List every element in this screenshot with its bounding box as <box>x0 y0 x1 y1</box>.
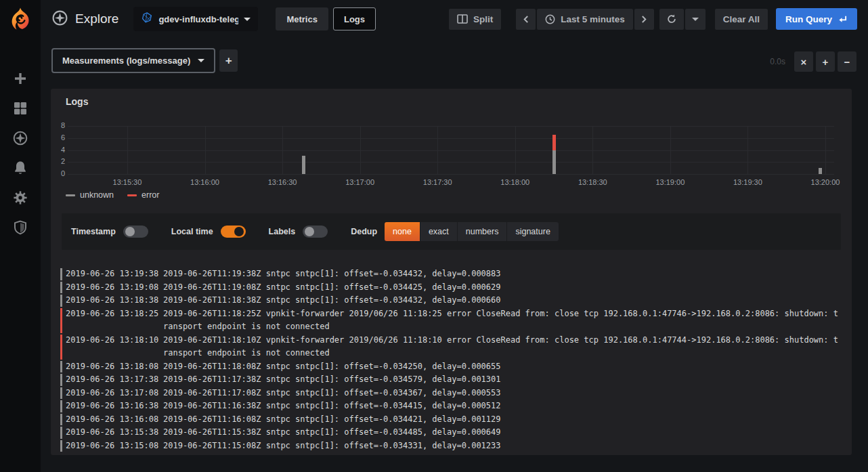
dedup-option-none[interactable]: none <box>385 222 420 241</box>
labels-toggle[interactable] <box>303 226 328 238</box>
log-row[interactable]: 2019-06-26 13:19:382019-06-26T11:19:38Z … <box>60 267 841 281</box>
time-back-button[interactable] <box>516 9 536 30</box>
admin-shield-icon[interactable] <box>12 219 29 236</box>
dedup-label: Dedup <box>351 227 377 236</box>
log-local-time: 2019-06-26 13:18:38 <box>66 294 158 307</box>
labels-label: Labels <box>269 227 296 236</box>
local-time-toggle[interactable] <box>221 226 246 238</box>
page-title: Explore <box>75 12 118 26</box>
chevron-down-icon <box>692 18 699 21</box>
split-button[interactable]: Split <box>449 9 501 30</box>
log-row[interactable]: 2019-06-26 13:19:082019-06-26T11:19:08Z … <box>60 281 841 295</box>
chart-gridline <box>68 138 834 139</box>
query-editor-row: Measurements (logs/message) + <box>51 48 238 73</box>
x-axis-label: 13:19:00 <box>647 178 694 186</box>
y-axis-label: 4 <box>51 146 65 154</box>
log-row[interactable]: 2019-06-26 13:16:082019-06-26T11:16:08Z … <box>60 413 841 427</box>
chart-gridline <box>825 126 826 174</box>
dedup-option-numbers[interactable]: numbers <box>458 222 507 241</box>
log-level-strip <box>60 295 62 307</box>
log-message: 2019-06-26T11:18:38Z sntpc sntpc[1]: off… <box>163 294 841 307</box>
log-row[interactable]: 2019-06-26 13:18:102019-06-26T11:18:10Z … <box>60 334 841 360</box>
run-query-button[interactable]: Run Query <box>776 8 857 30</box>
chart-gridline <box>515 126 516 174</box>
topbar: Explore gdev-influxdb-telegra Metrics Lo… <box>41 0 868 38</box>
log-row[interactable]: 2019-06-26 13:18:382019-06-26T11:18:38Z … <box>60 294 841 307</box>
y-axis-label: 6 <box>51 133 65 142</box>
toggle-knob <box>305 227 314 236</box>
refresh-icon <box>666 14 677 24</box>
log-message: 2019-06-26T11:18:25Z vpnkit-forwarder 20… <box>163 307 841 334</box>
log-row[interactable]: 2019-06-26 13:18:082019-06-26T11:18:08Z … <box>60 360 841 374</box>
sidebar <box>0 0 41 472</box>
explore-header: Explore <box>51 9 118 29</box>
y-axis-label: 8 <box>51 121 65 129</box>
create-plus-icon[interactable] <box>12 70 29 87</box>
chart-gridline <box>68 126 834 127</box>
duplicate-query-icon[interactable]: + <box>816 51 835 72</box>
labels-switch-group: Labels <box>269 226 328 238</box>
log-row[interactable]: 2019-06-26 13:18:252019-06-26T11:18:25Z … <box>60 307 841 334</box>
chart-bar-unknown[interactable] <box>552 150 556 175</box>
legend-item-unknown[interactable]: unknown <box>66 190 114 200</box>
tab-logs[interactable]: Logs <box>333 7 376 30</box>
log-row[interactable]: 2019-06-26 13:17:082019-06-26T11:17:08Z … <box>60 387 841 400</box>
settings-gear-icon[interactable] <box>12 189 29 207</box>
switches-container: TimestampLocal timeLabels <box>71 226 328 238</box>
log-rows: 2019-06-26 13:19:382019-06-26T11:19:38Z … <box>60 267 841 452</box>
clear-all-button[interactable]: Clear All <box>715 9 768 30</box>
refresh-interval-dropdown[interactable] <box>685 9 706 30</box>
toggle-knob <box>125 227 135 236</box>
dedup-option-signature[interactable]: signature <box>507 222 558 241</box>
log-row[interactable]: 2019-06-26 13:17:382019-06-26T11:17:38Z … <box>60 373 841 387</box>
tab-metrics[interactable]: Metrics <box>276 7 328 30</box>
log-level-strip <box>60 414 62 426</box>
chevron-right-icon <box>641 15 647 24</box>
log-message: 2019-06-26T11:17:08Z sntpc sntpc[1]: off… <box>163 387 841 400</box>
log-message: 2019-06-26T11:18:10Z vpnkit-forwarder 20… <box>163 334 841 360</box>
x-axis-label: 13:17:00 <box>337 178 384 186</box>
log-message: 2019-06-26T11:17:38Z sntpc sntpc[1]: off… <box>163 373 841 387</box>
time-forward-button[interactable] <box>634 9 654 30</box>
datasource-picker[interactable]: gdev-influxdb-telegra <box>133 7 258 31</box>
dedup-option-exact[interactable]: exact <box>420 222 457 241</box>
log-local-time: 2019-06-26 13:18:25 <box>66 307 158 334</box>
query-elapsed-time: 0.0s <box>770 57 785 66</box>
add-query-button[interactable]: + <box>219 49 238 72</box>
chart-bar-unknown[interactable] <box>302 156 305 174</box>
log-row[interactable]: 2019-06-26 13:15:382019-06-26T11:15:38Z … <box>60 426 841 439</box>
log-local-time: 2019-06-26 13:15:38 <box>66 426 158 439</box>
dashboards-icon[interactable] <box>12 100 29 117</box>
time-range-button[interactable]: Last 5 minutes <box>537 9 633 30</box>
y-axis-label: 2 <box>51 157 65 165</box>
log-row[interactable]: 2019-06-26 13:16:382019-06-26T11:16:38Z … <box>60 400 841 413</box>
local-time-label: Local time <box>171 227 213 236</box>
collapse-query-icon[interactable]: − <box>838 51 856 72</box>
datasource-name: gdev-influxdb-telegra <box>158 14 238 24</box>
x-axis-label: 13:19:30 <box>724 178 771 186</box>
enter-return-icon <box>838 15 848 24</box>
explore-compass-icon[interactable] <box>12 129 29 147</box>
grafana-logo[interactable] <box>6 6 35 35</box>
log-local-time: 2019-06-26 13:18:10 <box>66 334 158 360</box>
log-level-strip <box>60 427 62 439</box>
chart-gridline <box>670 126 671 174</box>
remove-query-icon[interactable]: × <box>794 51 813 72</box>
log-message: 2019-06-26T11:16:38Z sntpc sntpc[1]: off… <box>163 400 841 413</box>
x-axis-label: 13:16:00 <box>181 178 229 186</box>
refresh-button[interactable] <box>659 9 684 30</box>
legend-item-error[interactable]: error <box>127 190 159 200</box>
x-axis-label: 13:18:00 <box>492 178 539 186</box>
log-message: 2019-06-26T11:19:38Z sntpc sntpc[1]: off… <box>163 267 841 281</box>
chart-bar-unknown[interactable] <box>819 168 822 174</box>
chart-gridline <box>127 126 128 174</box>
log-local-time: 2019-06-26 13:19:38 <box>66 267 158 281</box>
alerting-bell-icon[interactable] <box>12 159 29 177</box>
log-message: 2019-06-26T11:18:08Z sntpc sntpc[1]: off… <box>163 360 841 374</box>
log-row[interactable]: 2019-06-26 13:15:082019-06-26T11:15:08Z … <box>60 439 841 453</box>
timestamp-toggle[interactable] <box>123 226 148 238</box>
timestamp-switch-group: Timestamp <box>71 226 148 238</box>
measurement-select[interactable]: Measurements (logs/message) <box>51 48 215 73</box>
legend-label: unknown <box>80 190 114 200</box>
chart-bar-error[interactable] <box>552 135 556 150</box>
